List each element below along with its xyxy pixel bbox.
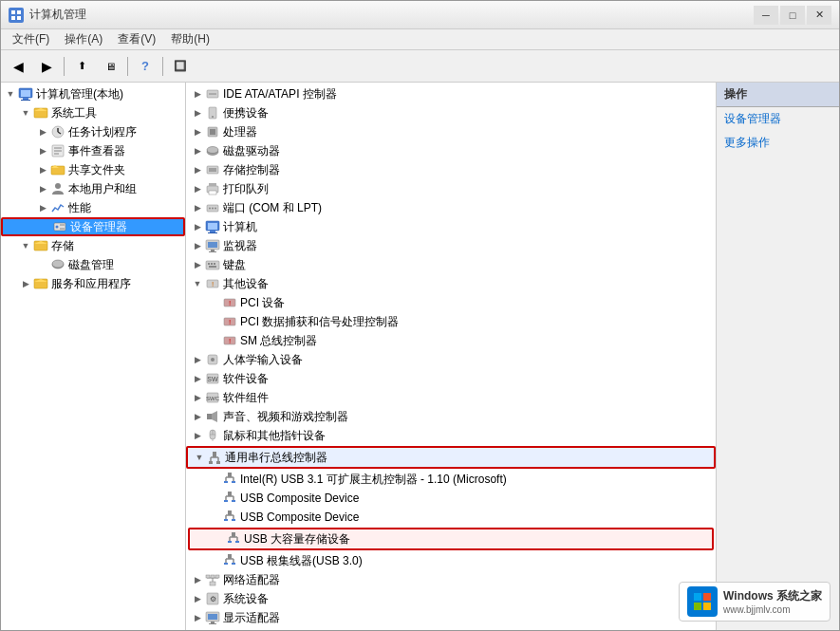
center-label-sm: SM 总线控制器	[240, 333, 317, 349]
center-item-usb-mass[interactable]: USB 大容量存储设备	[190, 529, 712, 548]
tree-item-task[interactable]: ▶ 任务计划程序	[1, 122, 185, 141]
expand-audio[interactable]: ▶	[190, 627, 205, 630]
tree-item-services[interactable]: ▶ 服务和应用程序	[1, 274, 185, 293]
expand-devmgr[interactable]	[37, 217, 52, 236]
toolbar-extra[interactable]: 🔲	[167, 54, 194, 79]
menu-help[interactable]: 帮助(H)	[163, 29, 217, 49]
expand-usb-ctrl[interactable]: ▼	[192, 448, 207, 467]
expand-perf[interactable]: ▶	[35, 198, 50, 217]
center-item-hid[interactable]: ▶ 人体学输入设备	[186, 350, 716, 369]
expand-soft-dev[interactable]: ▶	[190, 369, 205, 388]
maximize-button[interactable]: □	[780, 6, 805, 25]
tree-item-localusers[interactable]: ▶ 本地用户和组	[1, 179, 185, 198]
menu-view[interactable]: 查看(V)	[110, 29, 163, 49]
center-item-sound[interactable]: ▶ 声音、视频和游戏控制器	[186, 407, 716, 426]
expand-keyboard[interactable]: ▶	[190, 255, 205, 274]
tree-item-share[interactable]: ▶ 共享文件夹	[1, 160, 185, 179]
expand-root[interactable]: ▼	[3, 84, 18, 103]
center-item-monitor[interactable]: ▶ 监视器	[186, 236, 716, 255]
right-panel-item-devmgr[interactable]: 设备管理器	[717, 107, 839, 131]
expand-print[interactable]: ▶	[190, 179, 205, 198]
center-item-ide[interactable]: ▶ IDE ATA/ATAPI 控制器	[186, 84, 716, 103]
svg-point-33	[212, 116, 214, 118]
center-item-net[interactable]: ▶ 网络适配器	[186, 570, 716, 589]
expand-sys[interactable]: ▶	[190, 589, 205, 608]
toolbar-forward[interactable]: ▶	[33, 54, 60, 79]
expand-other[interactable]: ▼	[190, 274, 205, 293]
close-button[interactable]: ✕	[807, 6, 831, 25]
menu-file[interactable]: 文件(F)	[5, 29, 57, 49]
right-panel-item-more[interactable]: 更多操作	[717, 131, 839, 155]
center-item-usb-hub[interactable]: USB 根集线器(USB 3.0)	[186, 551, 716, 570]
expand-com[interactable]: ▶	[190, 198, 205, 217]
center-item-usb-comp2[interactable]: USB Composite Device	[186, 508, 716, 527]
center-item-soft-comp[interactable]: ▶ SWC 软件组件	[186, 388, 716, 407]
expand-systools[interactable]: ▼	[18, 103, 33, 122]
expand-localusers[interactable]: ▶	[35, 179, 50, 198]
icon-usb-comp2	[222, 510, 237, 525]
center-item-display[interactable]: ▶ 显示适配器	[186, 608, 716, 627]
expand-storage[interactable]: ▼	[18, 236, 33, 255]
tree-item-root[interactable]: ▼ 计算机管理(本地)	[1, 84, 185, 103]
expand-services[interactable]: ▶	[18, 274, 33, 293]
center-item-pci[interactable]: ! PCI 设备	[186, 293, 716, 312]
center-item-disk[interactable]: ▶ 磁盘驱动器	[186, 141, 716, 160]
expand-storage-ctrl[interactable]: ▶	[190, 160, 205, 179]
center-item-storage-ctrl[interactable]: ▶ 存储控制器	[186, 160, 716, 179]
svg-rect-58	[214, 263, 215, 265]
expand-display[interactable]: ▶	[190, 608, 205, 627]
expand-mouse[interactable]: ▶	[190, 426, 205, 445]
center-item-print[interactable]: ▶ 打印队列	[186, 179, 716, 198]
menu-action[interactable]: 操作(A)	[57, 29, 110, 49]
center-item-proc[interactable]: ▶ 处理器	[186, 122, 716, 141]
tree-item-event[interactable]: ▶ 事件查看器	[1, 141, 185, 160]
center-item-pci-data[interactable]: ! PCI 数据捕获和信号处理控制器	[186, 312, 716, 331]
center-label-mouse: 鼠标和其他指针设备	[223, 428, 326, 444]
expand-soft-comp[interactable]: ▶	[190, 388, 205, 407]
expand-computer[interactable]: ▶	[190, 217, 205, 236]
expand-proc[interactable]: ▶	[190, 122, 205, 141]
tree-item-perf[interactable]: ▶ 性能	[1, 198, 185, 217]
center-item-usb-comp1[interactable]: USB Composite Device	[186, 489, 716, 508]
expand-share[interactable]: ▶	[35, 160, 50, 179]
toolbar-help[interactable]: ?	[132, 54, 159, 79]
center-item-com[interactable]: ▶ 端口 (COM 和 LPT)	[186, 198, 716, 217]
expand-sound[interactable]: ▶	[190, 407, 205, 426]
minimize-button[interactable]: ─	[754, 6, 778, 25]
svg-rect-74	[207, 414, 212, 419]
expand-task[interactable]: ▶	[35, 122, 50, 141]
expand-net[interactable]: ▶	[190, 570, 205, 589]
expand-ide[interactable]: ▶	[190, 84, 205, 103]
toolbar: ◀ ▶ ⬆ 🖥 ? 🔲	[1, 50, 839, 83]
center-item-sys[interactable]: ▶ ⚙ 系统设备	[186, 589, 716, 608]
center-item-other[interactable]: ▼ ! 其他设备	[186, 274, 716, 293]
center-item-sm[interactable]: ! SM 总线控制器	[186, 331, 716, 350]
toolbar-up[interactable]: ⬆	[68, 54, 95, 79]
icon-display	[205, 610, 220, 625]
center-item-computer[interactable]: ▶ 计算机	[186, 217, 716, 236]
center-item-intel-usb[interactable]: Intel(R) USB 3.1 可扩展主机控制器 - 1.10 (Micros…	[186, 470, 716, 489]
expand-monitor[interactable]: ▶	[190, 236, 205, 255]
toolbar-show-hide[interactable]: 🖥	[97, 54, 123, 79]
center-item-soft-dev[interactable]: ▶ SW 软件设备	[186, 369, 716, 388]
tree-item-devmgr[interactable]: 设备管理器	[1, 217, 185, 236]
tree-item-diskmgr[interactable]: 磁盘管理	[1, 255, 185, 274]
svg-rect-133	[694, 603, 701, 610]
center-item-mouse[interactable]: ▶ 鼠标和其他指针设备	[186, 426, 716, 445]
expand-event[interactable]: ▶	[35, 141, 50, 160]
tree-item-systools[interactable]: ▼ 系统工具	[1, 103, 185, 122]
center-item-usb-ctrl[interactable]: ▼ 通用串行总线控制器	[188, 448, 714, 467]
toolbar-separator-3	[162, 57, 163, 76]
icon-print	[205, 181, 220, 196]
center-item-keyboard[interactable]: ▶ 键盘	[186, 255, 716, 274]
toolbar-back[interactable]: ◀	[5, 54, 31, 79]
center-item-portable[interactable]: ▶ 便携设备	[186, 103, 716, 122]
icon-usb-ctrl	[207, 450, 222, 465]
tree-item-storage[interactable]: ▼ 存储	[1, 236, 185, 255]
svg-rect-120	[211, 575, 215, 578]
expand-hid[interactable]: ▶	[190, 350, 205, 369]
center-item-audio[interactable]: ▶ ))) 音频输入和输出	[186, 627, 716, 630]
expand-portable[interactable]: ▶	[190, 103, 205, 122]
expand-diskmgr[interactable]	[35, 255, 50, 274]
expand-disk[interactable]: ▶	[190, 141, 205, 160]
